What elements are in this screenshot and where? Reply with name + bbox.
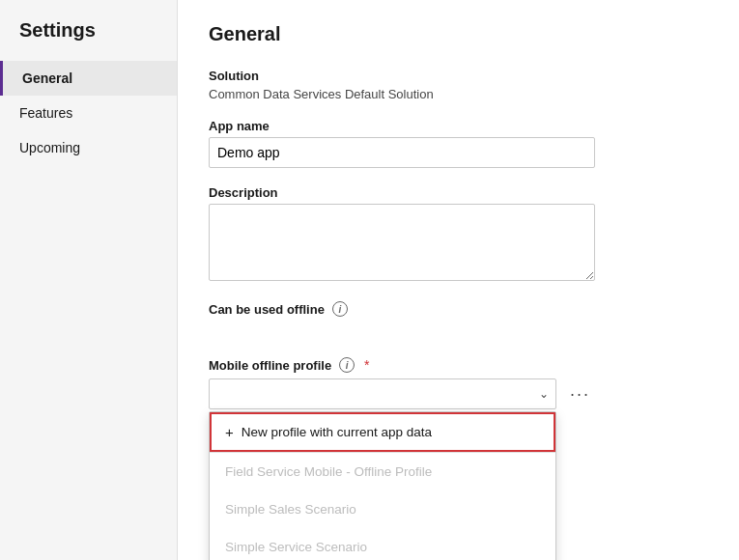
mobile-profile-field: Mobile offline profile i * ⌄ + New profi… [209, 357, 708, 409]
mobile-profile-label: Mobile offline profile [209, 358, 331, 373]
simple-service-label: Simple Service Scenario [225, 540, 367, 554]
app-name-input[interactable] [209, 137, 595, 168]
dropdown-popup: + New profile with current app data Fiel… [209, 411, 556, 560]
app-name-field: App name [209, 119, 708, 168]
simple-sales-option: Simple Sales Scenario [210, 490, 555, 528]
sidebar: Settings General Features Upcoming [0, 0, 178, 560]
plus-icon: + [225, 424, 234, 440]
required-indicator: * [364, 357, 369, 373]
divider [210, 452, 555, 453]
app-name-label: App name [209, 119, 708, 133]
more-options-button[interactable]: ··· [564, 380, 596, 408]
sidebar-item-general[interactable]: General [0, 61, 177, 96]
new-profile-label: New profile with current app data [242, 425, 432, 439]
simple-sales-label: Simple Sales Scenario [225, 502, 356, 517]
offline-field: Can be used offline i [209, 301, 708, 340]
sidebar-title: Settings [0, 19, 177, 61]
sidebar-item-features[interactable]: Features [0, 96, 177, 130]
main-content: General Solution Common Data Services De… [178, 0, 739, 560]
mobile-profile-info-icon[interactable]: i [339, 357, 355, 373]
simple-service-option: Simple Service Scenario [210, 528, 555, 560]
solution-label: Solution [209, 69, 708, 83]
description-label: Description [209, 185, 708, 200]
description-field: Description [209, 185, 708, 284]
dropdown-row: ⌄ + New profile with current app data Fi… [209, 378, 708, 409]
field-service-option: Field Service Mobile - Offline Profile [210, 453, 555, 490]
dropdown-wrapper: ⌄ + New profile with current app data Fi… [209, 378, 556, 409]
sidebar-item-upcoming[interactable]: Upcoming [0, 130, 177, 165]
new-profile-option[interactable]: + New profile with current app data [210, 412, 555, 452]
description-input[interactable] [209, 204, 595, 281]
offline-label: Can be used offline [209, 302, 325, 317]
solution-value: Common Data Services Default Solution [209, 87, 708, 101]
mobile-profile-select[interactable] [209, 378, 556, 409]
field-service-label: Field Service Mobile - Offline Profile [225, 464, 432, 479]
page-title: General [209, 23, 708, 45]
offline-info-icon[interactable]: i [332, 301, 348, 317]
solution-field: Solution Common Data Services Default So… [209, 69, 708, 101]
